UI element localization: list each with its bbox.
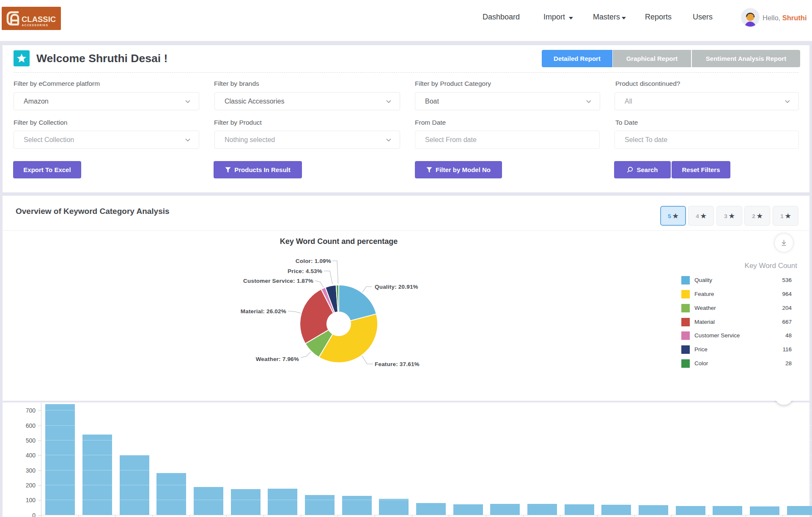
- svg-text:CLASSIC: CLASSIC: [22, 15, 56, 24]
- svg-text:ACCESSORIES: ACCESSORIES: [22, 24, 49, 27]
